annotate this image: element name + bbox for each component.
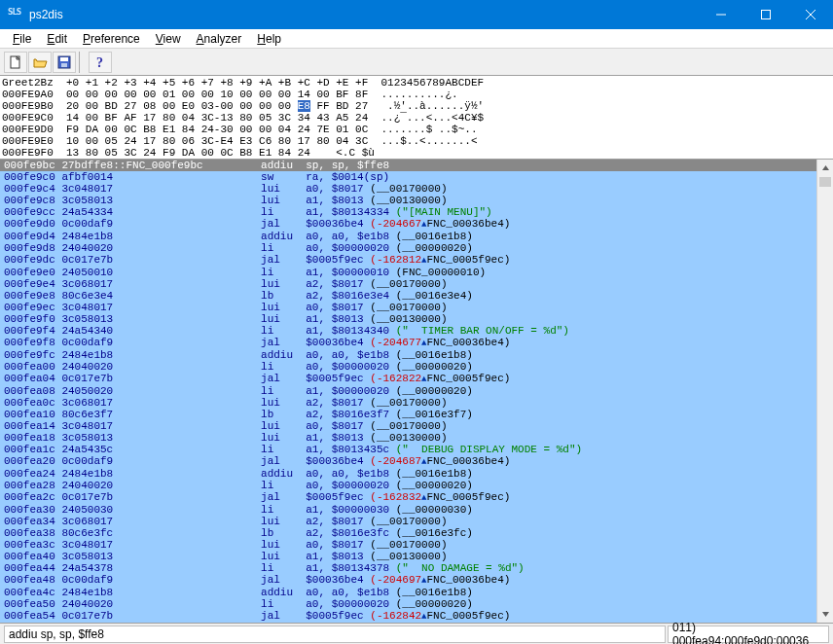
titlebar[interactable]: SLS ps2dis: [0, 0, 833, 29]
disassembly-row[interactable]: 000fe9d8 24040020 li a0, $00000020 (__00…: [0, 242, 833, 254]
disassembly-row[interactable]: 000fea30 24050030 li a1, $00000030 (__00…: [0, 504, 833, 516]
disassembly-row[interactable]: 000fe9bc 27bdffe8::FNC_000fe9bc addiu sp…: [0, 160, 833, 171]
minimize-button[interactable]: [699, 0, 743, 29]
hex-pane[interactable]: Greet2Bz +0 +1 +2 +3 +4 +5 +6 +7 +8 +9 +…: [0, 76, 833, 160]
disassembly-row[interactable]: 000fe9d4 2484e1b8 addiu a0, a0, $e1b8 (_…: [0, 231, 833, 242]
disassembly-row[interactable]: 000fea24 2484e1b8 addiu a0, a0, $e1b8 (_…: [0, 468, 833, 480]
disassembly-row[interactable]: 000fea2c 0c017e7b jal $0005f9ec (-162832…: [0, 491, 833, 504]
disassembly-row[interactable]: 000fe9c4 3c048017 lui a0, $8017 (__00170…: [0, 183, 833, 195]
disassembly-row[interactable]: 000fea44 24a54378 li a1, $80134378 (" NO…: [0, 562, 833, 574]
disassembly-row[interactable]: 000fe9f4 24a54340 li a1, $80134340 (" TI…: [0, 325, 833, 337]
vertical-scrollbar[interactable]: [816, 160, 833, 623]
window: SLS ps2dis File Edit Preference View Ana…: [0, 0, 833, 644]
menu-view[interactable]: View: [149, 31, 188, 47]
scroll-thumb[interactable]: [819, 177, 831, 187]
disassembly-row[interactable]: 000fe9cc 24a54334 li a1, $80134334 ("[MA…: [0, 206, 833, 218]
disassembly-row[interactable]: 000fea4c 2484e1b8 addiu a0, a0, $e1b8 (_…: [0, 587, 833, 598]
disassembly-row[interactable]: 000fea48 0c00daf9 jal $00036be4 (-204697…: [0, 574, 833, 587]
scroll-down-button[interactable]: [817, 606, 833, 623]
disassembly-row[interactable]: 000fea20 0c00daf9 jal $00036be4 (-204687…: [0, 455, 833, 468]
disassembly-row[interactable]: 000fe9e0 24050010 li a1, $00000010 (FNC_…: [0, 267, 833, 278]
disassembly-row[interactable]: 000fe9f0 3c058013 lui a1, $8013 (__00130…: [0, 313, 833, 325]
app-icon: SLS: [8, 7, 23, 22]
disassembly-row[interactable]: 000fea54 0c017e7b jal $0005f9ec (-162842…: [0, 610, 833, 623]
disassembly-row[interactable]: 000fea34 3c068017 lui a2, $8017 (__00170…: [0, 516, 833, 527]
disassembly-row[interactable]: 000fe9e4 3c068017 lui a2, $8017 (__00170…: [0, 278, 833, 290]
svg-rect-1: [762, 11, 771, 19]
menu-analyzer[interactable]: Analyzer: [190, 31, 249, 47]
toolbar: ?: [0, 49, 833, 76]
window-title: ps2dis: [29, 8, 699, 21]
disassembly-row[interactable]: 000fe9f8 0c00daf9 jal $00036be4 (-204677…: [0, 337, 833, 349]
menubar: File Edit Preference View Analyzer Help: [0, 29, 833, 49]
disassembly-row[interactable]: 000fea3c 3c048017 lui a0, $8017 (__00170…: [0, 539, 833, 551]
maximize-button[interactable]: [743, 0, 788, 29]
new-button[interactable]: [4, 52, 27, 73]
disassembly-row[interactable]: 000fea00 24040020 li a0, $00000020 (__00…: [0, 361, 833, 373]
disassembly-row[interactable]: 000fea40 3c058013 lui a1, $8013 (__00130…: [0, 551, 833, 562]
status-left: addiu sp, sp, $ffe8: [4, 626, 666, 643]
menu-file[interactable]: File: [6, 31, 38, 47]
disassembly-row[interactable]: 000fe9dc 0c017e7b jal $0005f9ec (-162812…: [0, 254, 833, 267]
statusbar: addiu sp, sp, $ffe8 011) 000fea94:000fe9…: [0, 623, 833, 644]
menu-help[interactable]: Help: [250, 31, 288, 47]
disassembly-pane[interactable]: 000fe9bc 27bdffe8::FNC_000fe9bc addiu sp…: [0, 160, 833, 623]
disassembly-row[interactable]: 000fea0c 3c068017 lui a2, $8017 (__00170…: [0, 397, 833, 409]
status-right: 011) 000fea94:000fe9d0:00036: [668, 626, 829, 643]
scroll-up-button[interactable]: [817, 160, 833, 176]
disassembly-row[interactable]: 000fe9e8 80c6e3e4 lb a2, $8016e3e4 (__00…: [0, 290, 833, 302]
disassembly-row[interactable]: 000fea28 24040020 li a0, $00000020 (__00…: [0, 480, 833, 491]
disassembly-row[interactable]: 000fea14 3c048017 lui a0, $8017 (__00170…: [0, 420, 833, 432]
window-buttons: [699, 0, 833, 29]
svg-text:?: ?: [96, 55, 103, 70]
disassembly-row[interactable]: 000fe9c8 3c058013 lui a1, $8013 (__00130…: [0, 195, 833, 206]
disassembly-row[interactable]: 000fea04 0c017e7b jal $0005f9ec (-162822…: [0, 373, 833, 385]
svg-rect-7: [61, 63, 67, 67]
disassembly-row[interactable]: 000fea1c 24a5435c li a1, $8013435c (" DE…: [0, 444, 833, 455]
disassembly-row[interactable]: 000fea18 3c058013 lui a1, $8013 (__00130…: [0, 432, 833, 444]
menu-preference[interactable]: Preference: [76, 31, 147, 47]
help-button[interactable]: ?: [89, 52, 112, 73]
disassembly-row[interactable]: 000fe9c0 afbf0014 sw ra, $0014(sp): [0, 171, 833, 183]
disassembly-row[interactable]: 000fe9ec 3c048017 lui a0, $8017 (__00170…: [0, 302, 833, 313]
disassembly-row[interactable]: 000fea08 24050020 li a1, $00000020 (__00…: [0, 385, 833, 397]
menu-edit[interactable]: Edit: [40, 31, 74, 47]
disassembly-row[interactable]: 000fe9d0 0c00daf9 jal $00036be4 (-204667…: [0, 218, 833, 231]
disassembly-row[interactable]: 000fe9fc 2484e1b8 addiu a0, a0, $e1b8 (_…: [0, 349, 833, 361]
save-button[interactable]: [53, 52, 76, 73]
disassembly-row[interactable]: 000fea10 80c6e3f7 lb a2, $8016e3f7 (__00…: [0, 409, 833, 420]
scroll-track[interactable]: [817, 176, 833, 606]
toolbar-separator: [79, 52, 87, 73]
disassembly-row[interactable]: 000fea38 80c6e3fc lb a2, $8016e3fc (__00…: [0, 527, 833, 539]
close-button[interactable]: [788, 0, 833, 29]
svg-rect-6: [60, 57, 68, 61]
disassembly-row[interactable]: 000fea50 24040020 li a0, $00000020 (__00…: [0, 598, 833, 610]
open-button[interactable]: [28, 52, 52, 73]
